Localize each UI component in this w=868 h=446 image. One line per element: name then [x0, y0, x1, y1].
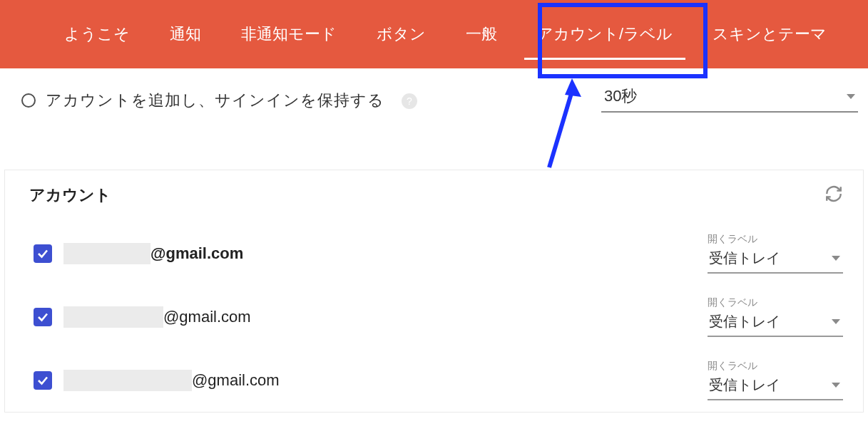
interval-select[interactable]: 30秒: [601, 84, 858, 113]
tab-buttons[interactable]: ボタン: [357, 0, 446, 68]
open-label-select[interactable]: 受信トレイ: [708, 312, 843, 337]
open-label-group: 開くラベル 受信トレイ: [708, 233, 843, 274]
account-email-domain: @gmail.com: [150, 244, 243, 263]
top-controls: アカウントを追加し、サインインを保持する ? 30秒: [0, 68, 868, 113]
redacted-username: [63, 306, 163, 328]
accounts-panel-title: アカウント: [29, 185, 111, 206]
tab-general[interactable]: 一般: [446, 0, 517, 68]
account-email-domain: @gmail.com: [192, 371, 280, 390]
chevron-down-icon: [832, 256, 840, 261]
open-label-title: 開くラベル: [708, 360, 843, 373]
tab-notifications[interactable]: 通知: [150, 0, 221, 68]
open-label-value: 受信トレイ: [709, 249, 780, 268]
refresh-icon[interactable]: [824, 185, 843, 206]
add-account-label: アカウントを追加し、サインインを保持する: [46, 90, 384, 111]
interval-value: 30秒: [604, 85, 637, 107]
chevron-down-icon: [847, 94, 855, 99]
redacted-username: [63, 370, 192, 391]
account-checkbox[interactable]: [34, 371, 52, 390]
chevron-down-icon: [832, 319, 840, 324]
open-label-select[interactable]: 受信トレイ: [708, 375, 843, 400]
open-label-select[interactable]: 受信トレイ: [708, 249, 843, 274]
account-checkbox[interactable]: [34, 244, 52, 263]
account-checkbox[interactable]: [34, 308, 52, 326]
redacted-username: [63, 243, 150, 264]
open-label-group: 開くラベル 受信トレイ: [708, 296, 843, 337]
accounts-panel-header: アカウント: [5, 170, 863, 222]
open-label-title: 開くラベル: [708, 233, 843, 246]
tab-dnd-mode[interactable]: 非通知モード: [221, 0, 357, 68]
open-label-title: 開くラベル: [708, 296, 843, 309]
account-row: @gmail.com 開くラベル 受信トレイ: [5, 285, 863, 348]
help-icon[interactable]: ?: [402, 93, 417, 109]
accounts-panel: アカウント @gmail.com 開くラベル 受信トレイ: [4, 170, 864, 413]
tab-accounts-labels[interactable]: アカウント/ラベル: [517, 0, 693, 68]
add-account-option[interactable]: アカウントを追加し、サインインを保持する ?: [21, 90, 601, 111]
chevron-down-icon: [832, 383, 840, 388]
tab-bar: ようこそ 通知 非通知モード ボタン 一般 アカウント/ラベル スキンとテーマ: [0, 0, 868, 68]
radio-icon: [21, 93, 36, 108]
tab-skins-themes[interactable]: スキンとテーマ: [693, 0, 847, 68]
account-row: @gmail.com 開くラベル 受信トレイ: [5, 222, 863, 285]
tab-welcome[interactable]: ようこそ: [44, 0, 150, 68]
open-label-value: 受信トレイ: [709, 375, 780, 395]
open-label-value: 受信トレイ: [709, 312, 780, 331]
account-email-domain: @gmail.com: [163, 308, 251, 326]
account-row: @gmail.com 開くラベル 受信トレイ: [5, 348, 863, 412]
open-label-group: 開くラベル 受信トレイ: [708, 360, 843, 400]
